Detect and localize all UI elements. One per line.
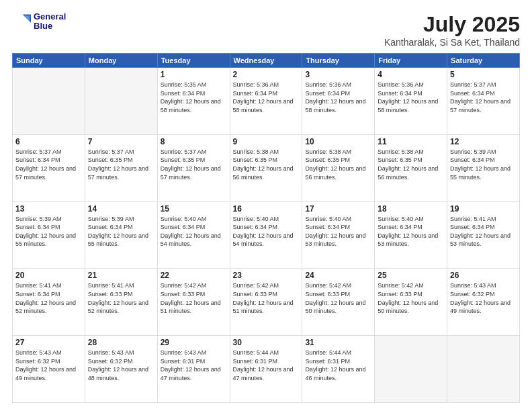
calendar-cell: 20Sunrise: 5:41 AMSunset: 6:34 PMDayligh… [13,269,85,336]
calendar-cell: 15Sunrise: 5:40 AMSunset: 6:34 PMDayligh… [157,201,230,269]
calendar-week-row: 20Sunrise: 5:41 AMSunset: 6:34 PMDayligh… [13,269,520,336]
day-number: 15 [161,204,227,214]
day-number: 7 [88,137,154,146]
weekday-header: Tuesday [157,54,230,68]
day-number: 26 [450,271,517,280]
day-number: 8 [161,137,227,146]
calendar-cell: 9Sunrise: 5:38 AMSunset: 6:35 PMDaylight… [230,134,302,201]
calendar-cell: 7Sunrise: 5:37 AMSunset: 6:35 PMDaylight… [85,134,157,201]
calendar-cell: 3Sunrise: 5:36 AMSunset: 6:34 PMDaylight… [302,68,375,135]
day-info: Sunrise: 5:40 AMSunset: 6:34 PMDaylight:… [161,215,227,248]
calendar-cell: 17Sunrise: 5:40 AMSunset: 6:34 PMDayligh… [302,201,375,269]
weekday-header: Sunday [13,54,85,68]
calendar-cell: 12Sunrise: 5:39 AMSunset: 6:34 PMDayligh… [447,134,520,201]
calendar-cell: 31Sunrise: 5:44 AMSunset: 6:31 PMDayligh… [302,336,375,403]
day-number: 13 [15,204,82,214]
main-title: July 2025 [384,12,520,37]
day-info: Sunrise: 5:37 AMSunset: 6:34 PMDaylight:… [450,81,517,114]
day-number: 3 [305,70,371,79]
day-info: Sunrise: 5:37 AMSunset: 6:34 PMDaylight:… [15,148,82,181]
day-info: Sunrise: 5:39 AMSunset: 6:34 PMDaylight:… [450,148,517,181]
weekday-header: Thursday [302,54,375,68]
calendar-cell: 2Sunrise: 5:36 AMSunset: 6:34 PMDaylight… [230,68,302,135]
day-number: 23 [233,271,300,280]
day-info: Sunrise: 5:43 AMSunset: 6:32 PMDaylight:… [450,281,517,315]
logo: General Blue [12,12,66,32]
calendar-cell: 24Sunrise: 5:42 AMSunset: 6:33 PMDayligh… [302,269,375,336]
day-info: Sunrise: 5:36 AMSunset: 6:34 PMDaylight:… [378,81,444,114]
day-info: Sunrise: 5:41 AMSunset: 6:33 PMDaylight:… [88,281,154,315]
day-number: 22 [161,271,227,280]
calendar-cell: 29Sunrise: 5:43 AMSunset: 6:31 PMDayligh… [157,336,230,403]
weekday-header: Friday [375,54,447,68]
day-info: Sunrise: 5:42 AMSunset: 6:33 PMDaylight:… [378,281,444,315]
calendar-week-row: 27Sunrise: 5:43 AMSunset: 6:32 PMDayligh… [13,336,520,403]
day-number: 30 [233,338,300,347]
day-number: 29 [161,338,227,347]
day-info: Sunrise: 5:36 AMSunset: 6:34 PMDaylight:… [305,81,371,114]
day-number: 16 [233,204,300,214]
day-number: 4 [378,70,444,79]
day-info: Sunrise: 5:40 AMSunset: 6:34 PMDaylight:… [378,215,444,248]
day-number: 19 [450,204,517,214]
logo-line2: Blue [34,21,66,31]
calendar-cell: 6Sunrise: 5:37 AMSunset: 6:34 PMDaylight… [13,134,85,201]
day-number: 21 [88,271,154,280]
day-info: Sunrise: 5:38 AMSunset: 6:35 PMDaylight:… [305,148,371,181]
logo-text: General Blue [34,12,66,32]
weekday-header: Monday [85,54,157,68]
day-number: 2 [233,70,300,79]
day-info: Sunrise: 5:42 AMSunset: 6:33 PMDaylight:… [233,281,300,315]
calendar-cell: 28Sunrise: 5:43 AMSunset: 6:32 PMDayligh… [85,336,157,403]
calendar-cell: 21Sunrise: 5:41 AMSunset: 6:33 PMDayligh… [85,269,157,336]
calendar-cell: 14Sunrise: 5:39 AMSunset: 6:34 PMDayligh… [85,201,157,269]
page: General Blue July 2025 Kantharalak, Si S… [0,0,532,411]
title-area: July 2025 Kantharalak, Si Sa Ket, Thaila… [384,12,520,48]
calendar-cell [447,336,520,403]
calendar-cell: 19Sunrise: 5:41 AMSunset: 6:34 PMDayligh… [447,201,520,269]
day-number: 24 [305,271,371,280]
header: General Blue July 2025 Kantharalak, Si S… [12,12,520,48]
logo-icon [12,12,31,31]
day-number: 18 [378,204,444,214]
subtitle: Kantharalak, Si Sa Ket, Thailand [384,37,520,48]
calendar-cell: 16Sunrise: 5:40 AMSunset: 6:34 PMDayligh… [230,201,302,269]
calendar-cell: 8Sunrise: 5:37 AMSunset: 6:35 PMDaylight… [157,134,230,201]
day-info: Sunrise: 5:41 AMSunset: 6:34 PMDaylight:… [450,215,517,248]
day-info: Sunrise: 5:44 AMSunset: 6:31 PMDaylight:… [233,349,300,382]
day-info: Sunrise: 5:38 AMSunset: 6:35 PMDaylight:… [233,148,300,181]
calendar-week-row: 6Sunrise: 5:37 AMSunset: 6:34 PMDaylight… [13,134,520,201]
day-number: 28 [88,338,154,347]
calendar-cell: 1Sunrise: 5:35 AMSunset: 6:34 PMDaylight… [157,68,230,135]
calendar-cell: 4Sunrise: 5:36 AMSunset: 6:34 PMDaylight… [375,68,447,135]
day-info: Sunrise: 5:38 AMSunset: 6:35 PMDaylight:… [378,148,444,181]
day-info: Sunrise: 5:35 AMSunset: 6:34 PMDaylight:… [161,81,227,114]
day-info: Sunrise: 5:43 AMSunset: 6:31 PMDaylight:… [161,349,227,382]
day-number: 10 [305,137,371,146]
day-info: Sunrise: 5:36 AMSunset: 6:34 PMDaylight:… [233,81,300,114]
calendar-week-row: 13Sunrise: 5:39 AMSunset: 6:34 PMDayligh… [13,201,520,269]
day-number: 31 [305,338,371,347]
calendar-cell: 30Sunrise: 5:44 AMSunset: 6:31 PMDayligh… [230,336,302,403]
calendar-cell [375,336,447,403]
day-number: 1 [161,70,227,79]
logo-line1: General [34,12,66,21]
day-number: 9 [233,137,300,146]
calendar-week-row: 1Sunrise: 5:35 AMSunset: 6:34 PMDaylight… [13,68,520,135]
day-info: Sunrise: 5:39 AMSunset: 6:34 PMDaylight:… [88,215,154,248]
day-info: Sunrise: 5:39 AMSunset: 6:34 PMDaylight:… [15,215,82,248]
day-info: Sunrise: 5:41 AMSunset: 6:34 PMDaylight:… [15,281,82,315]
day-number: 27 [15,338,82,347]
day-info: Sunrise: 5:40 AMSunset: 6:34 PMDaylight:… [305,215,371,248]
weekday-header: Wednesday [230,54,302,68]
calendar-cell: 11Sunrise: 5:38 AMSunset: 6:35 PMDayligh… [375,134,447,201]
day-number: 17 [305,204,371,214]
day-info: Sunrise: 5:42 AMSunset: 6:33 PMDaylight:… [161,281,227,315]
calendar-cell [13,68,85,135]
calendar-cell: 27Sunrise: 5:43 AMSunset: 6:32 PMDayligh… [13,336,85,403]
day-number: 6 [15,137,82,146]
calendar-cell [85,68,157,135]
day-number: 11 [378,137,444,146]
day-number: 20 [15,271,82,280]
calendar-body: 1Sunrise: 5:35 AMSunset: 6:34 PMDaylight… [13,68,520,403]
